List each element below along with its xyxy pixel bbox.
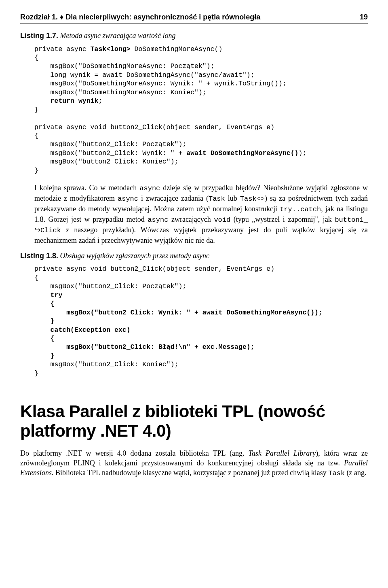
- chapter-title: Rozdział 1. ♦ Dla niecierpliwych: asynch…: [20, 12, 260, 22]
- listing-1-8-caption: Listing 1.8. Obsługa wyjątków zgłaszanyc…: [20, 251, 368, 261]
- listing-1-7-caption: Listing 1.7. Metoda async zwracająca war…: [20, 31, 368, 40]
- paragraph-1: I kolejna sprawa. Co w metodach async dz…: [34, 183, 368, 245]
- listing-label: Listing 1.7.: [20, 32, 58, 40]
- listing-title: Metoda async zwracająca wartość long: [60, 32, 176, 40]
- code-listing-1-7: private async Task<long> DoSomethingMore…: [34, 45, 368, 175]
- code-listing-1-8: private async void button2_Click(object …: [34, 265, 368, 378]
- paragraph-2: Do platformy .NET w wersji 4.0 dodana zo…: [20, 448, 368, 479]
- section-heading: Klasa Parallel z biblioteki TPL (nowość …: [20, 402, 368, 441]
- page-header: Rozdział 1. ♦ Dla niecierpliwych: asynch…: [20, 12, 368, 23]
- continuation-arrow-icon: ↪: [34, 226, 40, 234]
- listing-title: Obsługa wyjątków zgłaszanych przez metod…: [60, 252, 209, 260]
- listing-label: Listing 1.8.: [20, 252, 58, 260]
- page-number: 19: [360, 12, 368, 22]
